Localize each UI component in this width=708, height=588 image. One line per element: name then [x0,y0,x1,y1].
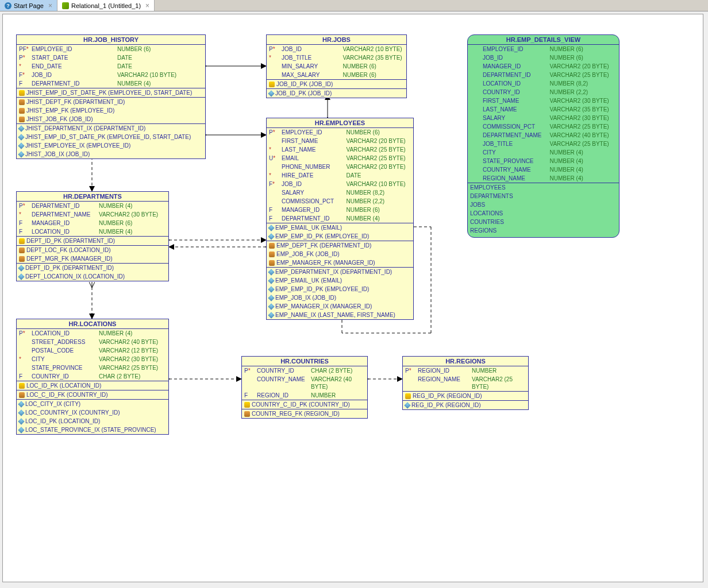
column-row: P*EMPLOYEE_IDNUMBER (6) [267,128,413,137]
column-type: NUMBER (4) [550,166,617,173]
entity-departments[interactable]: HR.DEPARTMENTS P*DEPARTMENT_IDNUMBER (4)… [16,191,169,281]
idx-icon [18,151,24,157]
entity-locations[interactable]: HR.LOCATIONS P*LOCATION_IDNUMBER (4)STRE… [16,319,169,435]
close-icon[interactable]: × [48,2,52,10]
column-name: COMMISSION_PCT [483,123,550,130]
key-indicator [269,198,282,205]
close-icon[interactable]: × [145,2,149,10]
column-row: MIN_SALARYNUMBER (6) [267,62,406,71]
idx-icon [18,418,24,424]
tab-relational[interactable]: Relational_1 (Untitled_1) × [57,0,155,11]
idx-icon [268,286,274,292]
key-icon [19,238,25,244]
column-type: VARCHAR2 (30 BYTE) [550,114,617,122]
pks-row: REG_ID_PK (REGION_ID) [403,392,528,400]
pks-row: JOB_ID_PK (JOB_ID) [267,80,406,88]
column-row: MANAGER_IDVARCHAR2 (20 BYTE) [468,62,619,71]
column-type: VARCHAR2 (20 BYTE) [347,137,411,145]
column-name: COUNTRY_ID [483,88,550,96]
column-row: FIRST_NAMEVARCHAR2 (30 BYTE) [468,96,619,105]
column-type: NUMBER (2,2) [550,88,617,96]
idx-icon [268,225,274,231]
column-row: MAX_SALARYNUMBER (6) [267,71,406,79]
key-indicator: P* [269,129,282,136]
fks-label: JHIST_EMP_FK (EMPLOYEE_ID) [26,107,114,114]
pk-section: DEPT_ID_PK (DEPARTMENT_ID) [17,237,168,246]
column-type: VARCHAR2 (25 BYTE) [550,123,617,130]
column-name: STATE_PROVINCE [32,364,99,372]
column-type: VARCHAR2 (25 BYTE) [550,71,617,79]
dependency-label: JOBS [470,201,617,208]
pks-row: DEPT_ID_PK (DEPARTMENT_ID) [17,237,168,245]
column-type: NUMBER (6) [99,219,166,227]
column-name: START_DATE [32,54,117,61]
entity-job-history[interactable]: HR.JOB_HISTORY PF*EMPLOYEE_IDNUMBER (6)P… [16,34,206,159]
idxs-row: EMP_NAME_IX (LAST_NAME, FIRST_NAME) [267,311,413,319]
pks-row: LOC_ID_PK (LOCATION_ID) [17,381,168,390]
column-row: FDEPARTMENT_IDNUMBER (4) [17,79,205,88]
column-name: STATE_PROVINCE [483,157,550,165]
pks-row: COUNTRY_C_ID_PK (COUNTRY_ID) [242,400,367,409]
column-row: SALARYVARCHAR2 (30 BYTE) [468,114,619,122]
column-name: MANAGER_ID [282,206,347,214]
idxs-row: EMP_JOB_IX (JOB_ID) [267,293,413,302]
column-name: COUNTRY_ID [32,373,99,380]
key-indicator: U* [269,154,282,162]
key-icon [269,82,275,87]
column-type: NUMBER (6) [347,129,411,136]
column-name: EMPLOYEE_ID [32,45,117,53]
column-type: VARCHAR2 (10 BYTE) [117,71,203,79]
key-indicator: F [19,80,32,87]
fks-row: JHIST_EMP_FK (EMPLOYEE_ID) [17,106,205,115]
idx-icon [268,233,274,239]
key-indicator: F* [269,180,282,188]
key-indicator: F [19,373,32,380]
idxs-row: JHIST_EMPLOYEE_IX (EMPLOYEE_ID) [17,141,205,150]
column-name: COUNTRY_NAME [257,376,311,390]
columns-section: P*LOCATION_IDNUMBER (4)STREET_ADDRESSVAR… [17,329,168,381]
idx-section: LOC_CITY_IX (CITY)LOC_COUNTRY_IX (COUNTR… [17,400,168,434]
column-name: LAST_NAME [282,146,347,153]
dependency-label: REGIONS [470,227,617,234]
entity-countries[interactable]: HR.COUNTRIES P*COUNTRY_IDCHAR (2 BYTE)CO… [241,356,368,419]
tab-label: Start Page [14,2,44,9]
column-type: NUMBER (6) [343,63,405,70]
key-indicator [244,376,257,390]
column-row: P*REGION_IDNUMBER [403,366,528,375]
column-type: VARCHAR2 (20 BYTE) [550,63,617,70]
idx-icon [404,402,410,408]
key-indicator [269,189,282,196]
dependency-row: LOCATIONS [468,209,619,218]
key-indicator: * [19,63,32,70]
pk-section: LOC_ID_PK (LOCATION_ID) [17,381,168,390]
fk-section: DEPT_LOC_FK (LOCATION_ID)DEPT_MGR_FK (MA… [17,246,168,264]
idx-icon [18,427,24,433]
column-name: PHONE_NUMBER [282,163,347,171]
key-indicator [405,376,418,390]
column-name: SALARY [483,114,550,122]
key-indicator [269,71,282,79]
idxs-row: JOB_ID_PK (JOB_ID) [267,89,406,98]
key-indicator: * [269,54,282,61]
column-name: EMPLOYEE_ID [282,129,347,136]
columns-section: EMPLOYEE_IDNUMBER (6)JOB_IDNUMBER (6)MAN… [468,45,619,183]
column-name: JOB_ID [282,45,343,53]
tab-start-page[interactable]: ? Start Page × [0,0,57,11]
column-type: VARCHAR2 (10 BYTE) [347,180,411,188]
fks-row: EMP_MANAGER_FK (MANAGER_ID) [267,258,413,267]
column-type: NUMBER [472,367,526,374]
diagram-canvas[interactable]: HR.JOB_HISTORY PF*EMPLOYEE_IDNUMBER (6)P… [2,14,703,582]
entity-employees[interactable]: HR.EMPLOYEES P*EMPLOYEE_IDNUMBER (6)FIRS… [266,118,414,320]
key-indicator [19,338,32,346]
column-row: *JOB_TITLEVARCHAR2 (35 BYTE) [267,53,406,62]
entity-jobs[interactable]: HR.JOBS P*JOB_IDVARCHAR2 (10 BYTE)*JOB_T… [266,34,407,98]
column-name: COUNTRY_ID [257,367,311,374]
entity-regions[interactable]: HR.REGIONS P*REGION_IDNUMBERREGION_NAMEV… [402,356,529,410]
uks-label: EMP_EMP_ID_PK (EMPLOYEE_ID) [275,233,369,240]
idxs-row: JHIST_DEPARTMENT_IX (DEPARTMENT_ID) [17,124,205,133]
idx-section: REG_ID_PK (REGION_ID) [403,401,528,409]
entity-emp-details-view[interactable]: HR.EMP_DETAILS_VIEW EMPLOYEE_IDNUMBER (6… [467,34,620,238]
diagram-icon [62,2,69,9]
fks-label: EMP_JOB_FK (JOB_ID) [276,250,339,258]
column-type: VARCHAR2 (10 BYTE) [343,45,405,53]
